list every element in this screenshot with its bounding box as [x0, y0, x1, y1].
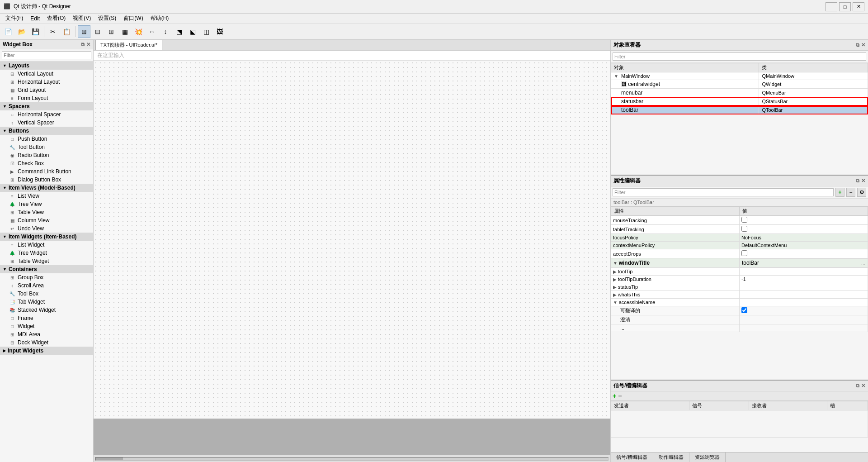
menu-view2[interactable]: 视图(V) [69, 14, 94, 23]
prop-row-acceptdrops[interactable]: acceptDrops [611, 249, 868, 258]
canvas-scrollbar-h[interactable] [94, 455, 610, 462]
tb-adjust[interactable]: ↔ [146, 25, 158, 38]
prop-mousetracking-value[interactable] [740, 216, 868, 225]
prop-tablettracking-value[interactable] [740, 225, 868, 234]
prop-acceptdrops-value[interactable] [740, 249, 868, 258]
tb-select[interactable]: ⊞ [78, 25, 90, 38]
category-layouts[interactable]: ▼ Layouts [0, 62, 93, 70]
category-item-widgets[interactable]: ▼ Item Widgets (Item-Based) [0, 233, 93, 241]
signal-float-icon[interactable]: ⧉ [856, 383, 859, 389]
item-tree-widget[interactable]: 🌲 Tree Widget [0, 249, 93, 257]
item-frame[interactable]: □ Frame [0, 314, 93, 322]
tb-save[interactable]: 💾 [29, 25, 42, 38]
prop-row-accessiblename-section[interactable]: ▼ accessibleName [611, 299, 868, 306]
tablettracking-checkbox[interactable] [741, 226, 747, 232]
item-undo-view[interactable]: ↩ Undo View [0, 224, 93, 233]
prop-float-icon[interactable]: ⧉ [856, 178, 859, 184]
item-dock-widget[interactable]: ⊟ Dock Widget [0, 338, 93, 347]
item-horizontal-layout[interactable]: ⊞ Horizontal Layout [0, 78, 93, 86]
canvas-design-area[interactable] [94, 61, 610, 419]
scroll-thumb[interactable] [96, 457, 123, 460]
menu-view1[interactable]: 查看(O) [43, 14, 69, 23]
tb-adjust3[interactable]: ⬔ [173, 25, 185, 38]
tb-layout-grid[interactable]: ▦ [118, 25, 131, 38]
item-dialog-button-box[interactable]: ⊞ Dialog Button Box [0, 176, 93, 184]
prop-row-clarify[interactable]: 澄清 [611, 315, 868, 324]
tab-resource-browser[interactable]: 资源浏览器 [689, 452, 726, 462]
obj-row-centralwidget[interactable]: 🖼 centralwidget QWidget [611, 80, 868, 89]
widget-filter-input[interactable] [2, 51, 91, 59]
prop-row-tooltip[interactable]: ▶ toolTip [611, 268, 868, 276]
category-buttons[interactable]: ▼ Buttons [0, 127, 93, 135]
prop-translatable-value[interactable] [740, 306, 868, 315]
menu-help[interactable]: 帮助(H) [147, 14, 173, 23]
tb-copy[interactable]: 📋 [60, 25, 73, 38]
prop-row-tooltipduration[interactable]: ▶ toolTipDuration -1 [611, 276, 868, 283]
item-scroll-area[interactable]: ↕ Scroll Area [0, 281, 93, 290]
acceptdrops-checkbox[interactable] [741, 250, 747, 256]
tab-signal-slot[interactable]: 信号/槽编辑器 [611, 452, 653, 462]
item-column-view[interactable]: ▦ Column View [0, 216, 93, 224]
prop-close-icon[interactable]: ✕ [861, 178, 865, 184]
tb-open[interactable]: 📂 [15, 25, 28, 38]
item-vertical-layout[interactable]: ⊟ Vertical Layout [0, 70, 93, 78]
close-panel-icon[interactable]: ✕ [86, 42, 90, 48]
prop-row-contextmenupolicy[interactable]: contextMenuPolicy DefaultContextMenu [611, 242, 868, 249]
item-push-button[interactable]: □ Push Button [0, 135, 93, 143]
prop-settings-btn[interactable]: ⚙ [857, 188, 866, 197]
item-radio-button[interactable]: ◉ Radio Button [0, 151, 93, 159]
category-input-widgets[interactable]: ▶ Input Widgets [0, 347, 93, 355]
tb-preview[interactable]: 🖼 [213, 25, 226, 38]
tb-layout-h[interactable]: ⊞ [105, 25, 118, 38]
prop-row-focuspolicy[interactable]: focusPolicy NoFocus [611, 234, 868, 242]
item-group-box[interactable]: ⊞ Group Box [0, 273, 93, 281]
menu-file[interactable]: 文件(F) [2, 14, 27, 23]
item-list-widget[interactable]: ≡ List Widget [0, 241, 93, 249]
prop-remove-btn[interactable]: − [846, 188, 855, 197]
prop-row-windowtitle[interactable]: ▼ windowTitle toolBar … [611, 258, 868, 268]
minimize-button[interactable]: ─ [826, 2, 837, 11]
item-tool-box[interactable]: 🔧 Tool Box [0, 290, 93, 298]
prop-row-whatisthis[interactable]: ▶ whatsThis [611, 291, 868, 299]
prop-filter-input[interactable] [613, 188, 834, 196]
translatable-checkbox[interactable] [741, 307, 747, 313]
menu-settings[interactable]: 设置(S) [94, 14, 120, 23]
menu-edit[interactable]: Edit [27, 14, 43, 23]
obj-float-icon[interactable]: ⧉ [856, 42, 859, 48]
item-grid-layout[interactable]: ▦ Grid Layout [0, 86, 93, 94]
item-vertical-spacer[interactable]: ↕ Vertical Spacer [0, 119, 93, 127]
prop-add-btn[interactable]: + [835, 188, 844, 197]
tb-new[interactable]: 📄 [2, 25, 14, 38]
maximize-button[interactable]: □ [839, 2, 851, 11]
windowtitle-ellipsis[interactable]: … [861, 261, 866, 266]
scroll-track[interactable] [95, 457, 609, 461]
tb-adjust5[interactable]: ◫ [200, 25, 212, 38]
tb-layout-v[interactable]: ⊟ [91, 25, 104, 38]
item-stacked-widget[interactable]: 📚 Stacked Widget [0, 306, 93, 314]
category-spacers[interactable]: ▼ Spacers [0, 102, 93, 110]
obj-row-menubar[interactable]: menubar QMenuBar [611, 89, 868, 97]
item-tool-button[interactable]: 🔧 Tool Button [0, 143, 93, 151]
float-icon[interactable]: ⧉ [81, 42, 85, 48]
obj-filter-input[interactable] [613, 52, 866, 61]
tb-adjust2[interactable]: ↕ [159, 25, 172, 38]
signal-remove-btn[interactable]: − [618, 392, 622, 400]
item-check-box[interactable]: ☑ Check Box [0, 159, 93, 167]
item-form-layout[interactable]: ≡ Form Layout [0, 94, 93, 102]
prop-row-translatable[interactable]: 可翻译的 [611, 306, 868, 315]
prop-row-statustip[interactable]: ▶ statusTip [611, 283, 868, 291]
tb-adjust4[interactable]: ⬕ [186, 25, 199, 38]
category-containers[interactable]: ▼ Containers [0, 265, 93, 273]
signal-close-icon[interactable]: ✕ [861, 383, 865, 389]
tb-break[interactable]: 💥 [132, 25, 145, 38]
tab-action-editor[interactable]: 动作编辑器 [653, 452, 689, 462]
obj-row-mainwindow[interactable]: ▼ MainWindow QMainWindow [611, 72, 868, 80]
item-tree-view[interactable]: 🌲 Tree View [0, 200, 93, 208]
menu-window[interactable]: 窗口(W) [120, 14, 146, 23]
item-table-view[interactable]: ⊞ Table View [0, 208, 93, 216]
item-table-widget[interactable]: ⊞ Table Widget [0, 257, 93, 265]
item-horizontal-spacer[interactable]: ↔ Horizontal Spacer [0, 110, 93, 119]
signal-add-btn[interactable]: + [613, 392, 616, 400]
mousetracking-checkbox[interactable] [741, 217, 747, 223]
prop-row-dots[interactable]: ... [611, 324, 868, 332]
